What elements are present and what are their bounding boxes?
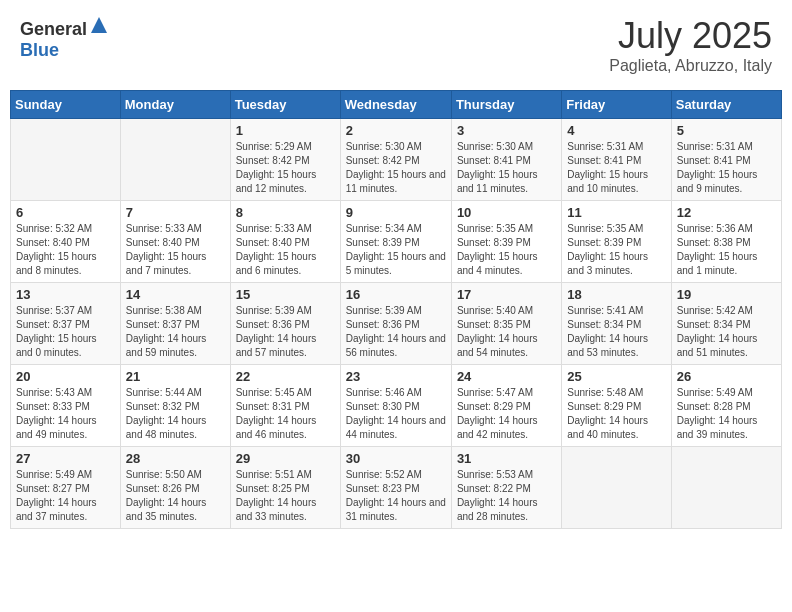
day-number: 8 [236, 205, 335, 220]
calendar-cell: 31Sunrise: 5:53 AM Sunset: 8:22 PM Dayli… [451, 447, 561, 529]
day-info: Sunrise: 5:31 AM Sunset: 8:41 PM Dayligh… [677, 140, 776, 196]
day-number: 19 [677, 287, 776, 302]
day-number: 18 [567, 287, 665, 302]
calendar-cell: 1Sunrise: 5:29 AM Sunset: 8:42 PM Daylig… [230, 119, 340, 201]
calendar-cell: 18Sunrise: 5:41 AM Sunset: 8:34 PM Dayli… [562, 283, 671, 365]
day-number: 13 [16, 287, 115, 302]
day-number: 24 [457, 369, 556, 384]
day-number: 23 [346, 369, 446, 384]
calendar-cell: 30Sunrise: 5:52 AM Sunset: 8:23 PM Dayli… [340, 447, 451, 529]
weekday-header: Tuesday [230, 91, 340, 119]
day-info: Sunrise: 5:36 AM Sunset: 8:38 PM Dayligh… [677, 222, 776, 278]
day-number: 9 [346, 205, 446, 220]
day-info: Sunrise: 5:49 AM Sunset: 8:27 PM Dayligh… [16, 468, 115, 524]
day-info: Sunrise: 5:51 AM Sunset: 8:25 PM Dayligh… [236, 468, 335, 524]
day-info: Sunrise: 5:33 AM Sunset: 8:40 PM Dayligh… [126, 222, 225, 278]
calendar-cell: 5Sunrise: 5:31 AM Sunset: 8:41 PM Daylig… [671, 119, 781, 201]
day-info: Sunrise: 5:39 AM Sunset: 8:36 PM Dayligh… [236, 304, 335, 360]
calendar-cell: 28Sunrise: 5:50 AM Sunset: 8:26 PM Dayli… [120, 447, 230, 529]
day-info: Sunrise: 5:33 AM Sunset: 8:40 PM Dayligh… [236, 222, 335, 278]
calendar-cell: 12Sunrise: 5:36 AM Sunset: 8:38 PM Dayli… [671, 201, 781, 283]
calendar-cell: 26Sunrise: 5:49 AM Sunset: 8:28 PM Dayli… [671, 365, 781, 447]
day-info: Sunrise: 5:35 AM Sunset: 8:39 PM Dayligh… [457, 222, 556, 278]
day-number: 11 [567, 205, 665, 220]
calendar-cell: 3Sunrise: 5:30 AM Sunset: 8:41 PM Daylig… [451, 119, 561, 201]
logo: General Blue [20, 15, 109, 61]
calendar-cell [120, 119, 230, 201]
calendar-cell [562, 447, 671, 529]
calendar-week-row: 13Sunrise: 5:37 AM Sunset: 8:37 PM Dayli… [11, 283, 782, 365]
logo-general: General [20, 19, 87, 39]
day-info: Sunrise: 5:30 AM Sunset: 8:41 PM Dayligh… [457, 140, 556, 196]
day-info: Sunrise: 5:43 AM Sunset: 8:33 PM Dayligh… [16, 386, 115, 442]
calendar-cell: 27Sunrise: 5:49 AM Sunset: 8:27 PM Dayli… [11, 447, 121, 529]
calendar-cell: 29Sunrise: 5:51 AM Sunset: 8:25 PM Dayli… [230, 447, 340, 529]
svg-marker-0 [91, 17, 107, 33]
day-number: 27 [16, 451, 115, 466]
day-info: Sunrise: 5:29 AM Sunset: 8:42 PM Dayligh… [236, 140, 335, 196]
day-number: 12 [677, 205, 776, 220]
day-number: 17 [457, 287, 556, 302]
weekday-header: Saturday [671, 91, 781, 119]
weekday-header: Thursday [451, 91, 561, 119]
day-number: 14 [126, 287, 225, 302]
day-number: 7 [126, 205, 225, 220]
month-year-title: July 2025 [609, 15, 772, 57]
calendar-week-row: 20Sunrise: 5:43 AM Sunset: 8:33 PM Dayli… [11, 365, 782, 447]
calendar-cell: 24Sunrise: 5:47 AM Sunset: 8:29 PM Dayli… [451, 365, 561, 447]
day-info: Sunrise: 5:48 AM Sunset: 8:29 PM Dayligh… [567, 386, 665, 442]
day-number: 5 [677, 123, 776, 138]
day-number: 16 [346, 287, 446, 302]
day-info: Sunrise: 5:41 AM Sunset: 8:34 PM Dayligh… [567, 304, 665, 360]
day-info: Sunrise: 5:53 AM Sunset: 8:22 PM Dayligh… [457, 468, 556, 524]
calendar-cell: 2Sunrise: 5:30 AM Sunset: 8:42 PM Daylig… [340, 119, 451, 201]
day-number: 6 [16, 205, 115, 220]
day-number: 30 [346, 451, 446, 466]
calendar-cell: 13Sunrise: 5:37 AM Sunset: 8:37 PM Dayli… [11, 283, 121, 365]
day-number: 20 [16, 369, 115, 384]
calendar-cell: 23Sunrise: 5:46 AM Sunset: 8:30 PM Dayli… [340, 365, 451, 447]
day-info: Sunrise: 5:46 AM Sunset: 8:30 PM Dayligh… [346, 386, 446, 442]
day-info: Sunrise: 5:40 AM Sunset: 8:35 PM Dayligh… [457, 304, 556, 360]
calendar-cell [11, 119, 121, 201]
calendar-week-row: 27Sunrise: 5:49 AM Sunset: 8:27 PM Dayli… [11, 447, 782, 529]
calendar-cell: 25Sunrise: 5:48 AM Sunset: 8:29 PM Dayli… [562, 365, 671, 447]
location-subtitle: Paglieta, Abruzzo, Italy [609, 57, 772, 75]
day-number: 28 [126, 451, 225, 466]
calendar-cell: 22Sunrise: 5:45 AM Sunset: 8:31 PM Dayli… [230, 365, 340, 447]
day-number: 31 [457, 451, 556, 466]
day-info: Sunrise: 5:34 AM Sunset: 8:39 PM Dayligh… [346, 222, 446, 278]
day-info: Sunrise: 5:52 AM Sunset: 8:23 PM Dayligh… [346, 468, 446, 524]
calendar-cell [671, 447, 781, 529]
calendar-week-row: 6Sunrise: 5:32 AM Sunset: 8:40 PM Daylig… [11, 201, 782, 283]
day-number: 2 [346, 123, 446, 138]
calendar-cell: 14Sunrise: 5:38 AM Sunset: 8:37 PM Dayli… [120, 283, 230, 365]
day-info: Sunrise: 5:39 AM Sunset: 8:36 PM Dayligh… [346, 304, 446, 360]
calendar-cell: 17Sunrise: 5:40 AM Sunset: 8:35 PM Dayli… [451, 283, 561, 365]
calendar-cell: 19Sunrise: 5:42 AM Sunset: 8:34 PM Dayli… [671, 283, 781, 365]
day-number: 1 [236, 123, 335, 138]
logo-blue: Blue [20, 40, 59, 60]
calendar-week-row: 1Sunrise: 5:29 AM Sunset: 8:42 PM Daylig… [11, 119, 782, 201]
weekday-header: Sunday [11, 91, 121, 119]
logo-icon [89, 15, 109, 35]
day-number: 22 [236, 369, 335, 384]
day-info: Sunrise: 5:49 AM Sunset: 8:28 PM Dayligh… [677, 386, 776, 442]
weekday-header: Monday [120, 91, 230, 119]
calendar-cell: 10Sunrise: 5:35 AM Sunset: 8:39 PM Dayli… [451, 201, 561, 283]
calendar-cell: 9Sunrise: 5:34 AM Sunset: 8:39 PM Daylig… [340, 201, 451, 283]
day-info: Sunrise: 5:35 AM Sunset: 8:39 PM Dayligh… [567, 222, 665, 278]
calendar-header-row: SundayMondayTuesdayWednesdayThursdayFrid… [11, 91, 782, 119]
day-info: Sunrise: 5:42 AM Sunset: 8:34 PM Dayligh… [677, 304, 776, 360]
day-number: 26 [677, 369, 776, 384]
calendar-cell: 11Sunrise: 5:35 AM Sunset: 8:39 PM Dayli… [562, 201, 671, 283]
day-number: 15 [236, 287, 335, 302]
day-number: 21 [126, 369, 225, 384]
calendar-cell: 15Sunrise: 5:39 AM Sunset: 8:36 PM Dayli… [230, 283, 340, 365]
day-info: Sunrise: 5:44 AM Sunset: 8:32 PM Dayligh… [126, 386, 225, 442]
day-info: Sunrise: 5:30 AM Sunset: 8:42 PM Dayligh… [346, 140, 446, 196]
day-info: Sunrise: 5:47 AM Sunset: 8:29 PM Dayligh… [457, 386, 556, 442]
day-number: 25 [567, 369, 665, 384]
calendar-cell: 6Sunrise: 5:32 AM Sunset: 8:40 PM Daylig… [11, 201, 121, 283]
page-header: General Blue July 2025 Paglieta, Abruzzo… [10, 10, 782, 80]
